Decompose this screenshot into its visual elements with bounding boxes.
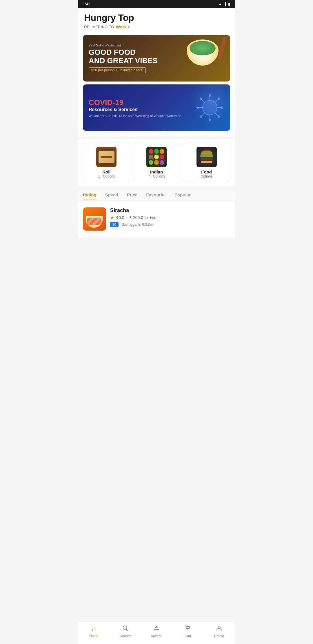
categories-section: Roll 1+ Options Indian 7+ Options — [78, 139, 235, 186]
wifi-icon: ▲ — [218, 2, 222, 6]
banners-section: Zest Grill & Restaurant GOOD FOODAND GRE… — [78, 32, 235, 137]
filter-tab-speed[interactable]: Speed — [105, 192, 118, 200]
roll-category-options: 1+ Options — [98, 174, 115, 178]
food-banner-subtitle: Zest Grill & Restaurant — [89, 44, 158, 47]
food-banner-promo: $50 per person + unlimited beers! — [89, 67, 146, 73]
for-two-price: ₹ 200.0 for two — [129, 215, 156, 220]
filter-section: Rating Speed Price Favourite Popular — [78, 189, 235, 200]
food-banner-image — [187, 39, 224, 77]
covid-subtitle: Resources & Services — [89, 107, 181, 112]
svg-point-6 — [196, 106, 199, 109]
filter-tab-favourite[interactable]: Favourite — [146, 192, 166, 200]
salad-greens-visual — [190, 41, 216, 55]
salad-bowl-visual — [187, 39, 219, 66]
restaurant-info-siracha: Siracha ★ ₹0.0 • ₹ 200.0 for two 30 Sama… — [110, 207, 230, 231]
svg-point-12 — [218, 97, 220, 100]
food-category-options: Options — [201, 174, 212, 178]
svg-point-8 — [221, 106, 223, 109]
noodle-bowl — [86, 216, 103, 228]
delivering-label: DELIVERING TO — [84, 25, 114, 29]
covid-description: We are here...to ensure the safe Wellbei… — [89, 114, 181, 117]
indian-category-options: 7+ Options — [148, 174, 165, 178]
bun-bottom — [201, 161, 212, 163]
food-category-image — [196, 147, 217, 167]
signal-icon: ▐ — [224, 2, 226, 6]
food-banner[interactable]: Zest Grill & Restaurant GOOD FOODAND GRE… — [83, 35, 230, 82]
svg-line-11 — [215, 99, 218, 102]
status-time: 1:42 — [83, 2, 90, 6]
filter-tab-price[interactable]: Price — [127, 192, 138, 200]
covid-banner[interactable]: COVID-19 Resources & Services We are her… — [83, 84, 230, 131]
bun-top — [201, 151, 212, 155]
food-banner-text: Zest Grill & Restaurant GOOD FOODAND GRE… — [89, 44, 158, 73]
covid-title: COVID-19 — [89, 98, 181, 107]
lettuce — [200, 155, 213, 157]
header: Hungry Top DELIVERING TO Work ▾ — [78, 8, 235, 32]
status-bar: 1:42 ▲ ▐ ▮ — [78, 0, 235, 8]
noodle-visual — [86, 210, 103, 228]
restaurant-card-siracha[interactable]: Siracha ★ ₹0.0 • ₹ 200.0 for two 30 Sama… — [83, 204, 230, 234]
burger-visual — [200, 151, 213, 163]
food-category-name: Food — [201, 169, 212, 174]
roll-category-name: Roll — [102, 169, 110, 174]
restaurant-meta: ★ ₹0.0 • ₹ 200.0 for two — [110, 215, 230, 220]
status-icons: ▲ ▐ ▮ — [218, 2, 230, 6]
bullet-separator: • — [126, 215, 128, 220]
delivery-info-row: 30 Samajgarh, 6.91km — [110, 220, 230, 227]
svg-line-13 — [201, 113, 205, 116]
battery-icon: ▮ — [228, 2, 230, 6]
svg-point-2 — [209, 94, 211, 97]
food-banner-title: GOOD FOODAND GREAT VIBES — [89, 48, 158, 65]
indian-category-image — [146, 147, 167, 167]
spoon-visual — [217, 37, 227, 60]
app-title: Hungry Top — [84, 12, 229, 23]
restaurants-section: Siracha ★ ₹0.0 • ₹ 200.0 for two 30 Sama… — [78, 200, 235, 238]
indian-category-name: Indian — [150, 169, 163, 174]
restaurant-name: Siracha — [110, 207, 230, 214]
fruit-grid-visual — [147, 148, 166, 166]
covid-virus-icon — [195, 93, 224, 122]
svg-line-9 — [201, 99, 205, 102]
filter-tab-popular[interactable]: Popular — [174, 192, 191, 200]
category-roll[interactable]: Roll 1+ Options — [83, 143, 130, 182]
star-icon: ★ — [110, 215, 114, 220]
delivering-location[interactable]: Work — [116, 24, 127, 29]
svg-point-4 — [209, 119, 211, 121]
roll-category-image — [96, 147, 117, 167]
covid-banner-text: COVID-19 Resources & Services We are her… — [89, 98, 181, 117]
category-food[interactable]: Food Options — [183, 143, 230, 182]
delivery-time-badge: 30 — [110, 222, 119, 227]
location-chevron-icon[interactable]: ▾ — [128, 25, 130, 29]
svg-point-10 — [200, 97, 202, 100]
svg-point-16 — [218, 115, 220, 118]
category-indian[interactable]: Indian 7+ Options — [133, 143, 180, 182]
svg-line-15 — [215, 113, 218, 116]
rating-price: ₹0.0 — [116, 215, 124, 220]
patty — [201, 158, 212, 160]
restaurant-image-siracha — [83, 207, 106, 231]
roll-visual — [99, 151, 114, 163]
filter-tab-rating[interactable]: Rating — [83, 192, 97, 200]
svg-point-0 — [203, 100, 217, 115]
noodles — [87, 218, 101, 225]
delivering-row[interactable]: DELIVERING TO Work ▾ — [84, 24, 229, 29]
restaurant-location: Samajgarh, 6.91km — [122, 222, 154, 227]
filter-tabs: Rating Speed Price Favourite Popular — [78, 192, 235, 200]
svg-point-14 — [200, 115, 202, 118]
